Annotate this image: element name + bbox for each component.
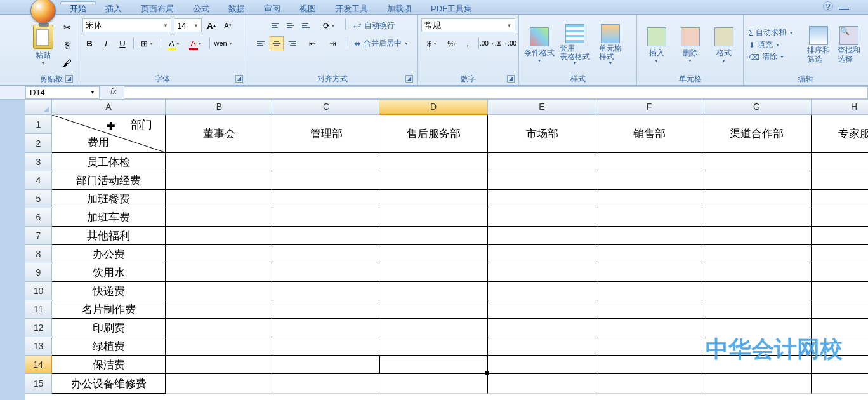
cell[interactable]: 印刷费	[52, 319, 166, 337]
cell[interactable]	[273, 171, 379, 190]
italic-button[interactable]: I	[99, 36, 113, 50]
cell[interactable]	[488, 356, 596, 374]
wrap-text-button[interactable]: ⮐自动换行	[352, 18, 396, 32]
clipboard-launcher[interactable]: ◢	[65, 75, 73, 83]
row-header-4[interactable]: 4	[25, 171, 52, 190]
cell[interactable]: 保洁费	[52, 356, 166, 374]
align-right-button[interactable]	[285, 36, 299, 50]
bold-button[interactable]: B	[82, 36, 96, 50]
increase-font-button[interactable]: A▴	[204, 18, 218, 32]
cell[interactable]	[812, 245, 868, 263]
row-header-7[interactable]: 7	[25, 227, 52, 245]
align-top-button[interactable]	[269, 18, 283, 32]
cell[interactable]: 售后服务部	[379, 115, 488, 153]
cell[interactable]	[166, 190, 273, 208]
merge-center-button[interactable]: ⬌合并后居中▼	[353, 36, 410, 50]
font-name-combo[interactable]: 宋体▼	[82, 18, 171, 32]
row-header-5[interactable]: 5	[25, 190, 52, 208]
cell[interactable]	[379, 356, 488, 374]
cell[interactable]: 名片制作费	[52, 300, 166, 319]
cell[interactable]	[166, 153, 273, 171]
cell[interactable]	[379, 227, 488, 245]
tab-数据[interactable]: 数据	[219, 1, 254, 4]
comma-button[interactable]: ,	[461, 36, 475, 50]
row-header-3[interactable]: 3	[25, 153, 52, 171]
font-size-combo[interactable]: 14▼	[174, 18, 202, 32]
align-launcher[interactable]: ◢	[405, 75, 413, 83]
decrease-font-button[interactable]: A▾	[221, 18, 235, 32]
cell[interactable]	[596, 263, 702, 282]
row-header-6[interactable]: 6	[25, 208, 52, 227]
font-color-button[interactable]: A▼	[187, 36, 206, 50]
cell[interactable]	[702, 171, 812, 190]
cell[interactable]	[596, 245, 702, 263]
border-button[interactable]: ⊞▼	[138, 36, 157, 50]
cell[interactable]	[273, 245, 379, 263]
cell-styles-button[interactable]: 单元格 样式▼	[593, 23, 628, 67]
cell[interactable]	[379, 190, 488, 208]
cell[interactable]	[488, 245, 596, 263]
col-header-G[interactable]: G	[702, 100, 812, 115]
decrease-indent-button[interactable]: ⇤	[305, 36, 319, 50]
cell[interactable]	[166, 319, 273, 337]
row-header-1[interactable]: 1	[25, 115, 52, 134]
cell[interactable]	[488, 190, 596, 208]
cell[interactable]	[488, 171, 596, 190]
col-header-A[interactable]: A	[52, 100, 166, 115]
cell[interactable]	[702, 374, 812, 394]
cell[interactable]	[488, 374, 596, 394]
insert-cells-button[interactable]: 插入▼	[640, 26, 673, 64]
cell[interactable]	[488, 337, 596, 356]
cell[interactable]	[273, 227, 379, 245]
cut-button[interactable]: ✂	[61, 21, 74, 34]
cell[interactable]	[596, 282, 702, 300]
col-header-H[interactable]: H	[812, 100, 868, 115]
underline-button[interactable]: U	[115, 36, 129, 50]
decrease-decimal-button[interactable]: .0→.00	[499, 36, 513, 50]
format-painter-button[interactable]: 🖌	[61, 57, 74, 69]
minimize-ribbon-icon[interactable]	[839, 3, 849, 10]
col-header-C[interactable]: C	[273, 100, 379, 115]
font-launcher[interactable]: ◢	[235, 75, 243, 83]
cell[interactable]	[812, 300, 868, 319]
cell[interactable]	[379, 153, 488, 171]
sort-filter-button[interactable]: 排序和 筛选	[803, 25, 834, 64]
cell[interactable]	[596, 356, 702, 374]
increase-decimal-button[interactable]: .00→.0	[483, 36, 497, 50]
col-header-E[interactable]: E	[488, 100, 596, 115]
cell[interactable]	[812, 374, 868, 394]
cell[interactable]: 销售部	[596, 115, 702, 153]
help-icon[interactable]: ?	[823, 1, 833, 11]
row-header-12[interactable]: 12	[25, 319, 52, 337]
cell[interactable]	[273, 208, 379, 227]
cell[interactable]	[702, 208, 812, 227]
cell[interactable]	[379, 263, 488, 282]
cell[interactable]: 市场部	[488, 115, 596, 153]
cell[interactable]	[702, 153, 812, 171]
cell[interactable]	[166, 171, 273, 190]
col-header-D[interactable]: D	[379, 100, 488, 115]
cell[interactable]	[166, 356, 273, 374]
cell[interactable]	[488, 227, 596, 245]
row-header-15[interactable]: 15	[25, 374, 52, 394]
number-format-combo[interactable]: 常规▼	[421, 18, 515, 32]
row-header-2[interactable]: 2	[25, 134, 52, 153]
cell[interactable]: 加班车费	[52, 208, 166, 227]
cell[interactable]	[702, 300, 812, 319]
cell[interactable]: 管理部	[273, 115, 379, 153]
formula-input[interactable]	[124, 86, 868, 99]
cell[interactable]	[379, 171, 488, 190]
format-cells-button[interactable]: 格式▼	[707, 26, 740, 64]
name-box[interactable]: D14▼	[25, 86, 100, 99]
cell[interactable]	[273, 282, 379, 300]
increase-indent-button[interactable]: ⇥	[326, 36, 339, 50]
cell[interactable]	[379, 300, 488, 319]
cell[interactable]: 绿植费	[52, 337, 166, 356]
cell[interactable]	[702, 245, 812, 263]
tab-审阅[interactable]: 审阅	[254, 1, 290, 4]
cell[interactable]	[812, 227, 868, 245]
cell[interactable]: 部门费用✚	[52, 115, 166, 153]
cell[interactable]	[812, 153, 868, 171]
tab-加载项[interactable]: 加载项	[378, 1, 421, 4]
cell[interactable]	[273, 374, 379, 394]
